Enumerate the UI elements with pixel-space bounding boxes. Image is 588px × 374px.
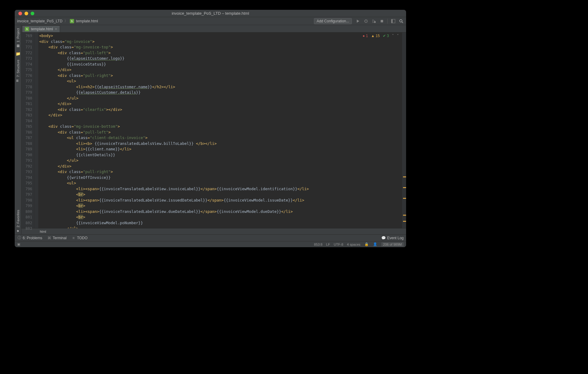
html-file-icon: 5 — [70, 19, 74, 23]
structure-icon: ≣ — [16, 78, 20, 82]
file-encoding[interactable]: UTF-8 — [334, 243, 343, 246]
project-icon: ▦ — [16, 43, 20, 47]
chevron-up-icon[interactable]: ˄ — [392, 34, 394, 38]
project-tool-label: 1: Project — [16, 28, 20, 42]
problems-tool-button[interactable]: ⓘ 6: Problems — [17, 236, 42, 240]
structure-tool-button[interactable]: ≣ 7: Structure — [15, 58, 21, 84]
line-number-gutter[interactable]: 7697707717727737747757767777787797807817… — [21, 32, 34, 228]
ok-count: ✔ 3 — [383, 34, 389, 38]
terminal-icon: ⌘ — [47, 236, 51, 240]
zoom-window-button[interactable] — [31, 12, 34, 15]
inspection-profile-icon[interactable]: 👤 — [373, 242, 378, 247]
search-everywhere-icon[interactable] — [399, 19, 404, 24]
info-icon: ⓘ — [17, 236, 21, 240]
tab-label: template.html — [31, 27, 53, 31]
event-log-button[interactable]: 💬 Event Log — [382, 236, 404, 240]
toolbar-run-icons — [353, 19, 404, 24]
svg-rect-4 — [391, 19, 393, 23]
add-configuration-button[interactable]: Add Configuration... — [314, 18, 352, 24]
code-content[interactable]: <body><div class="mg-invoice"> <div clas… — [39, 32, 402, 228]
memory-indicator[interactable]: 206 of 989M — [381, 242, 404, 247]
breadcrumb-separator-icon: 〉 — [64, 18, 68, 24]
caret-position[interactable]: 853:8 — [314, 243, 322, 246]
terminal-tool-button[interactable]: ⌘ Terminal — [47, 236, 66, 240]
titlebar: invoice_template_PoS_LTD – template.html — [15, 10, 406, 17]
breadcrumb: invoice_template_PoS_LTD 〉 5 template.ht… — [17, 18, 98, 24]
stop-icon[interactable] — [379, 19, 384, 24]
run-icon[interactable] — [356, 19, 360, 24]
close-tab-icon[interactable]: × — [55, 27, 57, 31]
warning-count: ▲ 15 — [371, 34, 380, 38]
run-with-coverage-icon[interactable] — [371, 19, 376, 24]
chevron-down-icon[interactable]: ˅ — [397, 34, 399, 38]
window-title: invoice_template_PoS_LTD – template.html — [15, 11, 406, 16]
folder-icon[interactable]: 📁 — [16, 51, 21, 56]
error-stripe[interactable] — [402, 32, 406, 228]
editor-area: 5 template.html × 7697707717727737747757… — [21, 25, 406, 234]
breadcrumb-project[interactable]: invoice_template_PoS_LTD — [17, 19, 62, 23]
structure-tool-label: 7: Structure — [16, 60, 20, 77]
navigation-bar: invoice_template_PoS_LTD 〉 5 template.ht… — [15, 17, 406, 25]
close-window-button[interactable] — [18, 12, 22, 15]
layout-settings-icon[interactable] — [391, 19, 396, 24]
bottom-tool-stripe: ⓘ 6: Problems ⌘ Terminal ≡ TODO 💬 Event … — [15, 234, 406, 241]
error-count: ● 1 — [363, 34, 368, 38]
terminal-label: Terminal — [53, 236, 66, 240]
html-file-icon: 5 — [25, 27, 29, 31]
line-separator[interactable]: LF — [326, 243, 330, 246]
breadcrumb-file[interactable]: template.html — [76, 19, 98, 23]
lock-icon[interactable]: 🔒 — [364, 242, 369, 247]
svg-rect-2 — [381, 20, 383, 22]
ide-window: invoice_template_PoS_LTD – template.html… — [15, 10, 406, 247]
todo-tool-button[interactable]: ≡ TODO — [71, 236, 87, 240]
status-bar: ▣ 853:8 LF UTF-8 4 spaces 🔒 👤 206 of 989… — [15, 241, 406, 247]
main-area: ▦ 1: Project 📁 ≣ 7: Structure ★ 2: Favor… — [15, 25, 406, 234]
favorites-tool-button[interactable]: ★ 2: Favorites — [15, 208, 21, 234]
svg-point-1 — [374, 21, 376, 23]
todo-icon: ≡ — [71, 236, 75, 240]
event-log-icon: 💬 — [382, 236, 386, 240]
window-controls — [18, 12, 34, 15]
minimize-window-button[interactable] — [24, 12, 28, 15]
editor-breadcrumb-item: html — [40, 230, 46, 233]
tool-windows-toggle-icon[interactable]: ▣ — [17, 242, 20, 246]
editor-tab-template[interactable]: 5 template.html × — [22, 25, 60, 32]
svg-point-5 — [400, 20, 402, 22]
fold-column[interactable] — [34, 32, 39, 228]
editor-tabs: 5 template.html × — [21, 25, 406, 32]
problems-label: 6: Problems — [23, 236, 42, 240]
event-log-label: Event Log — [387, 236, 404, 240]
todo-label: TODO — [77, 236, 87, 240]
editor-body[interactable]: 7697707717727737747757767777787797807817… — [21, 32, 406, 228]
debug-icon[interactable] — [364, 19, 368, 24]
project-tool-button[interactable]: ▦ 1: Project — [15, 26, 21, 49]
indent-setting[interactable]: 4 spaces — [347, 243, 360, 246]
left-tool-stripe: ▦ 1: Project 📁 ≣ 7: Structure ★ 2: Favor… — [15, 25, 21, 234]
favorites-icon: ★ — [16, 229, 20, 232]
editor-breadcrumb[interactable]: html — [21, 228, 406, 234]
favorites-tool-label: 2: Favorites — [16, 210, 20, 227]
inspection-widget[interactable]: ● 1 ▲ 15 ✔ 3 ˄ ˅ — [363, 34, 399, 38]
